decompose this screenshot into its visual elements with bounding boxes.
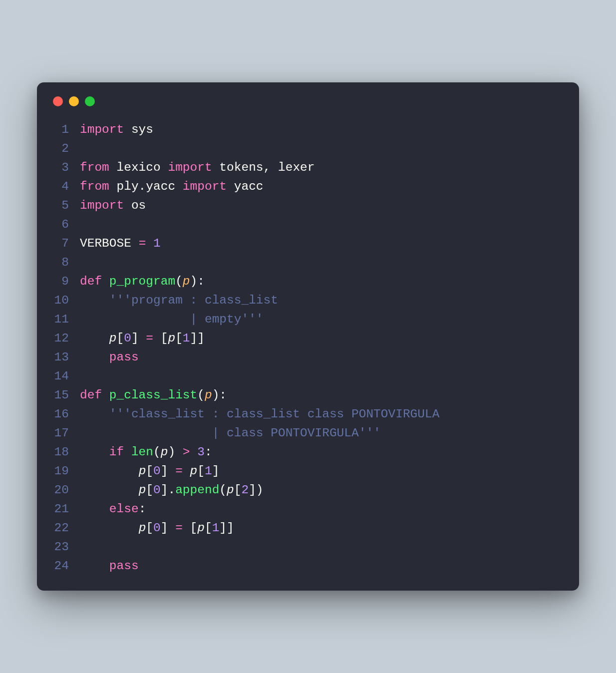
token xyxy=(80,350,109,364)
token: : xyxy=(205,445,212,459)
line-number: 17 xyxy=(52,424,80,443)
line-number: 15 xyxy=(52,386,80,405)
code-line: 15def p_class_list(p): xyxy=(52,386,564,405)
line-content xyxy=(80,367,564,386)
maximize-icon[interactable] xyxy=(85,96,95,106)
token: [ xyxy=(197,464,205,478)
token: sys xyxy=(124,123,153,136)
line-content: VERBOSE = 1 xyxy=(80,234,564,253)
line-number: 19 xyxy=(52,462,80,481)
line-number: 13 xyxy=(52,348,80,367)
code-window: 1import sys2 3from lexico import tokens,… xyxy=(37,82,579,590)
line-number: 21 xyxy=(52,500,80,519)
token: = xyxy=(175,521,183,535)
token xyxy=(146,237,153,250)
code-line: 17 | class PONTOVIRGULA''' xyxy=(52,424,564,443)
token: = xyxy=(146,332,153,345)
line-number: 1 xyxy=(52,120,80,139)
line-content: from lexico import tokens, lexer xyxy=(80,158,564,177)
line-content: '''program : class_list xyxy=(80,291,564,310)
token: import xyxy=(168,161,212,174)
token: from xyxy=(80,161,109,174)
token: ( xyxy=(219,483,227,497)
code-line: 5import os xyxy=(52,196,564,215)
line-content: pass xyxy=(80,348,564,367)
token: def xyxy=(80,388,102,402)
token: ]. xyxy=(161,483,175,497)
token: 1 xyxy=(183,332,190,345)
code-line: 21 else: xyxy=(52,500,564,519)
line-number: 23 xyxy=(52,538,80,557)
token: > xyxy=(183,445,190,459)
token: p xyxy=(183,275,190,288)
line-content: else: xyxy=(80,500,564,519)
token: [ xyxy=(146,521,153,535)
token: VERBOSE xyxy=(80,237,139,250)
token: p_class_list xyxy=(109,388,197,402)
token: p xyxy=(205,388,212,402)
token: p xyxy=(197,521,205,535)
line-content: from ply.yacc import yacc xyxy=(80,177,564,196)
token: = xyxy=(175,464,183,478)
code-editor[interactable]: 1import sys2 3from lexico import tokens,… xyxy=(52,120,564,575)
token: lexico xyxy=(109,161,168,174)
token: from xyxy=(80,180,109,193)
token: os xyxy=(124,199,146,212)
code-line: 16 '''class_list : class_list class PONT… xyxy=(52,405,564,424)
line-content: | empty''' xyxy=(80,310,564,329)
token xyxy=(102,275,109,288)
code-line: 18 if len(p) > 3: xyxy=(52,443,564,462)
token: p xyxy=(190,464,198,478)
code-line: 14 xyxy=(52,367,564,386)
code-line: 2 xyxy=(52,139,564,158)
token: 3 xyxy=(197,445,205,459)
code-line: 12 p[0] = [p[1]] xyxy=(52,329,564,348)
token xyxy=(80,521,139,535)
line-content: def p_class_list(p): xyxy=(80,386,564,405)
code-line: 20 p[0].append(p[2]) xyxy=(52,481,564,500)
token: 2 xyxy=(241,483,249,497)
token: [ xyxy=(146,483,153,497)
line-content: def p_program(p): xyxy=(80,272,564,291)
line-number: 6 xyxy=(52,215,80,234)
line-content: if len(p) > 3: xyxy=(80,443,564,462)
token: ] xyxy=(131,332,146,345)
token: import xyxy=(80,123,124,136)
token: 0 xyxy=(124,332,131,345)
token: [ xyxy=(153,332,168,345)
code-line: 6 xyxy=(52,215,564,234)
token: ( xyxy=(197,388,205,402)
code-line: 9def p_program(p): xyxy=(52,272,564,291)
traffic-lights xyxy=(53,96,564,106)
token: p_program xyxy=(109,275,175,288)
token: | class PONTOVIRGULA''' xyxy=(80,426,381,440)
minimize-icon[interactable] xyxy=(69,96,79,106)
token xyxy=(80,464,139,478)
token: p xyxy=(109,332,117,345)
code-line: 22 p[0] = [p[1]] xyxy=(52,519,564,538)
token: import xyxy=(80,199,124,212)
token: ( xyxy=(153,445,161,459)
token xyxy=(80,445,109,459)
line-number: 22 xyxy=(52,519,80,538)
token: [ xyxy=(175,332,183,345)
token: yacc xyxy=(227,180,264,193)
line-content: p[0] = [p[1]] xyxy=(80,329,564,348)
token: p xyxy=(139,521,146,535)
line-content: p[0] = p[1] xyxy=(80,462,564,481)
line-content xyxy=(80,538,564,557)
token: p xyxy=(168,332,175,345)
token: ): xyxy=(212,388,227,402)
token: ]) xyxy=(249,483,263,497)
line-content: p[0] = [p[1]] xyxy=(80,519,564,538)
code-line: 11 | empty''' xyxy=(52,310,564,329)
token: = xyxy=(139,237,146,250)
line-number: 18 xyxy=(52,443,80,462)
close-icon[interactable] xyxy=(53,96,63,106)
token xyxy=(183,464,190,478)
line-number: 14 xyxy=(52,367,80,386)
line-content: pass xyxy=(80,557,564,576)
line-content xyxy=(80,253,564,272)
token: ] xyxy=(161,464,175,478)
line-number: 9 xyxy=(52,272,80,291)
